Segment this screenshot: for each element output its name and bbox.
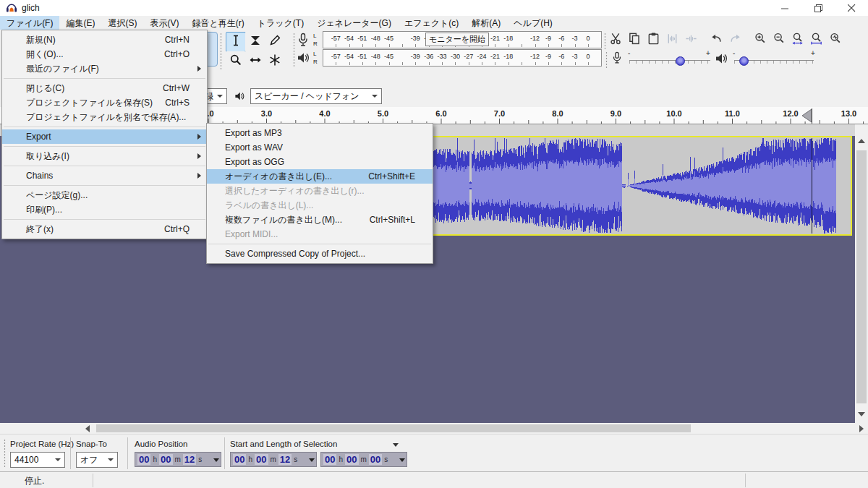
menu-item[interactable]: 最近のファイル(F)	[2, 61, 207, 76]
audio-position-field[interactable]: 00h00m12s	[135, 452, 221, 467]
menu-item[interactable]: Export as MP3	[207, 126, 433, 140]
time-digits[interactable]: 12	[278, 454, 292, 465]
scroll-down-icon[interactable]	[858, 412, 865, 416]
restore-button[interactable]	[801, 0, 835, 16]
multi-tool-button[interactable]	[265, 51, 285, 72]
menubar-item-5[interactable]: 録音と再生(r)	[185, 16, 250, 30]
menu-item[interactable]: 新規(N)Ctrl+N	[2, 33, 207, 47]
time-shift-tool-button[interactable]	[245, 51, 265, 72]
zoom-in-button[interactable]	[752, 31, 770, 48]
menu-item[interactable]: 複数ファイルの書き出し(M)...Ctrl+Shift+L	[207, 213, 433, 227]
chevron-down-icon[interactable]	[399, 458, 405, 462]
submenu-arrow-icon	[197, 153, 201, 159]
scroll-right-icon[interactable]	[859, 425, 864, 432]
menu-item[interactable]: オーディオの書き出し(E)...Ctrl+Shift+E	[207, 169, 433, 184]
scroll-up-icon[interactable]	[858, 139, 865, 143]
time-digits[interactable]: 00	[369, 454, 382, 465]
menu-item[interactable]: 取り込み(I)	[2, 149, 207, 163]
time-digits[interactable]: 00	[345, 454, 358, 465]
menu-item[interactable]: Save Compressed Copy of Project...	[207, 247, 433, 261]
menubar-item-1[interactable]: ファイル(F)	[0, 16, 59, 30]
snap-to-combo[interactable]: オフ	[76, 452, 118, 468]
menubar-item-7[interactable]: ジェネレーター(G)	[310, 16, 398, 30]
menu-item[interactable]: プロジェクトファイルを保存(S)Ctrl+S	[2, 95, 207, 110]
playback-meter[interactable]: LR -57-54-51-48-45-39-36-33-30-27-24-21-…	[295, 49, 602, 67]
menubar-item-3[interactable]: 選択(S)	[101, 16, 143, 30]
menu-item[interactable]: 選択したオーディオの書き出し(r)...	[207, 184, 433, 198]
horizontal-scrollbar-thumb[interactable]	[96, 424, 691, 432]
time-digits[interactable]: 00	[137, 454, 150, 465]
minimize-button[interactable]	[768, 0, 801, 16]
recording-volume-knob[interactable]	[676, 56, 685, 66]
menu-item[interactable]: Chains	[2, 168, 207, 183]
zoom-tool-button[interactable]	[226, 51, 246, 72]
selection-toolbar-grip[interactable]	[2, 438, 6, 468]
time-digits[interactable]: 12	[183, 454, 196, 465]
redo-button[interactable]	[726, 31, 744, 48]
cut-button[interactable]	[607, 31, 625, 48]
draw-tool-icon	[268, 34, 281, 50]
chevron-down-icon[interactable]	[213, 458, 219, 462]
menu-item-label: プロジェクトファイルを保存(S)	[26, 97, 153, 109]
chevron-down-icon[interactable]	[309, 458, 315, 462]
menu-item[interactable]: ページ設定(g)...	[2, 188, 207, 202]
trim-audio-button[interactable]	[663, 31, 681, 48]
menu-item[interactable]: 開く(O)...Ctrl+O	[2, 47, 207, 61]
mixer-toolbar-grip[interactable]	[604, 51, 608, 68]
submenu-arrow-icon	[197, 66, 201, 72]
menu-item[interactable]: 閉じる(C)Ctrl+W	[2, 81, 207, 95]
meter-scale-label: 0	[586, 53, 590, 60]
selection-length-field[interactable]: 00h00m00s	[320, 452, 407, 467]
meter-tick	[375, 62, 376, 65]
playback-device-icon-button[interactable]	[231, 88, 247, 104]
chevron-down-icon	[217, 95, 223, 98]
playback-device-value: スピーカー / ヘッドフォン	[255, 90, 359, 103]
playback-volume-knob[interactable]	[739, 56, 749, 66]
menu-item[interactable]: Export	[2, 129, 207, 144]
menubar-item-2[interactable]: 編集(E)	[59, 16, 101, 30]
meter-scale-label: -51	[357, 53, 367, 60]
menu-item[interactable]: ラベルの書き出し(L)...	[207, 198, 433, 213]
selection-tool-button[interactable]	[226, 32, 246, 52]
close-button[interactable]	[835, 0, 868, 16]
ruler-label: 12.0	[783, 109, 798, 118]
menubar-item-8[interactable]: エフェクト(c)	[398, 16, 465, 30]
undo-button[interactable]	[707, 31, 726, 48]
meter-tick	[362, 44, 363, 47]
draw-tool-button[interactable]	[265, 32, 285, 52]
zoom-toggle-button[interactable]	[827, 31, 845, 48]
scroll-left-icon[interactable]	[85, 425, 90, 432]
menu-item[interactable]: Export as OGG	[207, 155, 433, 169]
time-digits[interactable]: 00	[159, 454, 172, 465]
time-digits[interactable]: 00	[255, 454, 268, 465]
silence-audio-button[interactable]	[682, 31, 700, 48]
selection-mode-chevron-icon[interactable]	[393, 443, 399, 447]
meter-scale-label: -3	[572, 53, 578, 60]
menu-item[interactable]: Export MIDI...	[207, 227, 433, 241]
copy-button[interactable]	[626, 31, 644, 48]
horizontal-scrollbar[interactable]	[0, 423, 868, 434]
tools-toolbar-grip[interactable]	[218, 32, 222, 70]
menubar-item-6[interactable]: トラック(T)	[251, 16, 310, 30]
vertical-scrollbar[interactable]	[855, 124, 868, 423]
paste-button[interactable]	[644, 31, 663, 48]
selection-start-field[interactable]: 00h00m12s	[230, 452, 317, 467]
menu-item[interactable]: プロジェクトファイルを別名で保存(A)...	[2, 110, 207, 124]
zoom-selection-button[interactable]	[789, 31, 807, 48]
edit-toolbar-grip[interactable]	[603, 32, 606, 49]
menu-item[interactable]: Export as WAV	[207, 140, 433, 155]
menu-item[interactable]: 印刷(P)...	[2, 202, 207, 217]
menubar-item-9[interactable]: 解析(A)	[465, 16, 507, 30]
menubar-item-10[interactable]: ヘルプ(H)	[507, 16, 559, 30]
project-rate-combo[interactable]: 44100	[10, 452, 65, 468]
vertical-scrollbar-thumb[interactable]	[856, 150, 867, 403]
file-menu: 新規(N)Ctrl+N開く(O)...Ctrl+O最近のファイル(F)閉じる(C…	[1, 30, 208, 239]
zoom-out-button[interactable]	[770, 31, 788, 48]
menu-item[interactable]: 終了(x)Ctrl+Q	[2, 222, 207, 236]
time-digits[interactable]: 00	[323, 454, 336, 465]
zoom-project-button[interactable]	[808, 31, 826, 48]
envelope-tool-button[interactable]	[245, 32, 265, 52]
playback-device-combo[interactable]: スピーカー / ヘッドフォン	[250, 88, 382, 104]
menubar-item-4[interactable]: 表示(V)	[143, 16, 185, 30]
time-digits[interactable]: 00	[233, 454, 246, 465]
